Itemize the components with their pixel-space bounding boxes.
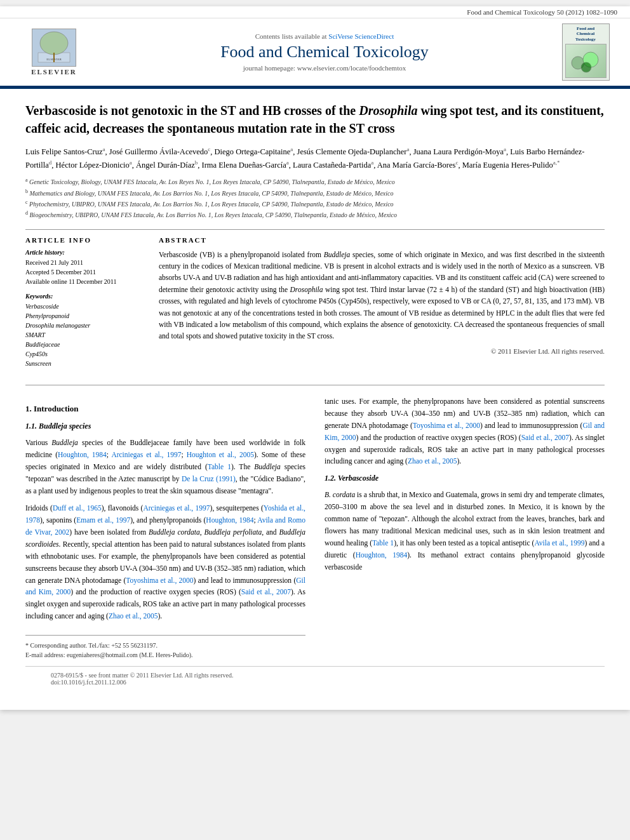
intro-para-2: Iridoids (Duff et al., 1965), flavonoids… [25,502,305,623]
ref-table1-1[interactable]: Table 1 [208,463,231,470]
ref-houghton2005[interactable]: Houghton et al., 2005 [187,451,254,458]
ref-toyoshima[interactable]: Toyoshima et al., 2000 [126,577,193,584]
keywords-label: Keywords: [25,293,146,300]
sciverse-prefix: Contents lists available at [255,32,328,40]
keyword-3: Drosophila melanogaster [25,321,146,330]
keyword-4: SMART [25,330,146,340]
elsevier-logo-section: ELSEVIER ELSEVIER [13,23,95,81]
journal-ref-text: Food and Chemical Toxicology 50 (2012) 1… [467,8,617,16]
journal-title: Food and Chemical Toxicology [220,43,429,62]
footnote-email: E-mail address: eugeniaheres@hotmail.com… [25,650,305,660]
ref-said-r[interactable]: Said et al., 2007 [521,434,569,441]
body-left-column: 1. Introduction 1.1. Buddleja species Va… [25,396,305,660]
accepted-date: Accepted 5 December 2011 [25,267,146,277]
keywords-section: Keywords: Verbascoside Phenylpropanoid D… [25,293,146,368]
article-content: Verbascoside is not genotoxic in the ST … [0,89,630,710]
keyword-7: Sunscreen [25,359,146,368]
footer-issn: 0278-6915/$ - see front matter © 2011 El… [51,672,579,679]
svg-point-1 [40,32,68,55]
article-info-column: ARTICLE INFO Article history: Received 2… [25,236,146,375]
abstract-column: ABSTRACT Verbascoside (VB) is a phenylpr… [159,236,605,375]
subsection-1-1-heading: 1.1. Buddleja species [25,420,305,433]
email-label: E-mail address: [25,651,65,658]
affiliations-section: a Genetic Toxicology, Biology, UNAM FES … [25,177,605,220]
right-para-1: tanic uses. For example, the phenylpropa… [325,396,605,468]
copyright-line: © 2011 Elsevier Ltd. All rights reserved… [159,347,605,355]
journal-cover-section: Food andChemicalToxicology [554,23,617,81]
body-right-column: tanic uses. For example, the phenylpropa… [325,396,605,660]
footer-bar: 0278-6915/$ - see front matter © 2011 El… [25,666,605,691]
available-date: Available online 11 December 2011 [25,277,146,286]
ref-emam[interactable]: Emam et al., 1997 [76,516,130,524]
cover-title-text: Food andChemicalToxicology [575,26,596,42]
ref-duff[interactable]: Duff et al., 1965 [53,504,102,512]
ref-said[interactable]: Said et al., 2007 [241,588,291,596]
svg-text:ELSEVIER: ELSEVIER [46,58,62,61]
intro-para-1: Various Buddleja species of the Buddleja… [25,437,305,497]
article-divider-1 [25,229,605,230]
article-info-heading: ARTICLE INFO [25,236,146,244]
ref-zhao-r[interactable]: Zhao et al., 2005 [408,457,457,465]
keyword-2: Phenylpropanoid [25,311,146,321]
keyword-6: Cyp450s [25,349,146,359]
subsection-1-2-heading: 1.2. Verbascoside [325,472,605,485]
ref-houghton2[interactable]: Houghton, 1984 [206,516,253,524]
journal-cover-image: Food andChemicalToxicology [562,23,610,81]
body-divider [25,385,605,385]
ref-houghton1984[interactable]: Houghton, 1984 [58,451,107,458]
ref-zhao[interactable]: Zhao et al., 2005 [109,612,158,620]
footnote-section: * Corresponding author. Tel./fax: +52 55… [25,635,305,660]
ref-arciniegas2[interactable]: Arciniegas et al., 1997 [143,504,210,512]
article-history-section: Article history: Received 21 July 2011 A… [25,249,146,286]
info-abstract-section: ARTICLE INFO Article history: Received 2… [25,236,605,375]
page: Food and Chemical Toxicology 50 (2012) 1… [0,6,630,710]
body-section: 1. Introduction 1.1. Buddleja species Va… [25,396,605,660]
elsevier-tree-icon: ELSEVIER [32,29,76,67]
verbascoside-para: B. cordata is a shrub that, in Mexico an… [325,489,605,573]
keyword-5: Buddlejaceae [25,340,146,349]
section-1-heading: 1. Introduction [25,402,305,415]
history-label: Article history: [25,249,146,256]
footnote-corresponding: * Corresponding author. Tel./fax: +52 55… [25,641,305,650]
ref-avila1999[interactable]: Avila et al., 1999 [534,539,584,547]
authors-line: Luis Felipe Santos-Cruza, José Guillermo… [25,145,605,171]
ref-houghton-diuretic[interactable]: Houghton, 1984 [356,551,408,559]
elsevier-wordmark: ELSEVIER [31,68,77,76]
sciverse-link[interactable]: SciVerse ScienceDirect [328,32,394,40]
journal-title-section: Contents lists available at SciVerse Sci… [102,23,547,81]
received-date: Received 21 July 2011 [25,258,146,267]
ref-delacruz[interactable]: De la Cruz (1991) [182,475,236,483]
ref-arciniegas[interactable]: Arciniegas et al., 1997 [111,451,181,458]
footer-doi: doi:10.1016/j.fct.2011.12.006 [51,679,579,686]
svg-point-6 [581,62,591,72]
email-address: eugeniaheres@hotmail.com (M.E. Heres-Pul… [67,651,193,658]
elsevier-logo: ELSEVIER ELSEVIER [31,29,77,76]
abstract-heading: ABSTRACT [159,236,605,244]
article-title: Verbascoside is not genotoxic in the ST … [25,102,605,137]
ref-table1-2[interactable]: Table 1 [372,539,394,547]
keyword-1: Verbascoside [25,302,146,311]
ref-toyoshima-r[interactable]: Toyoshima et al., 2000 [413,422,480,429]
journal-homepage: journal homepage: www.elsevier.com/locat… [243,64,406,72]
journal-header: ELSEVIER ELSEVIER Contents lists availab… [0,18,630,87]
abstract-body: Verbascoside (VB) is a phenylpropanoid i… [159,249,605,342]
sciverse-line: Contents lists available at SciVerse Sci… [255,32,394,40]
journal-reference-bar: Food and Chemical Toxicology 50 (2012) 1… [0,6,630,18]
